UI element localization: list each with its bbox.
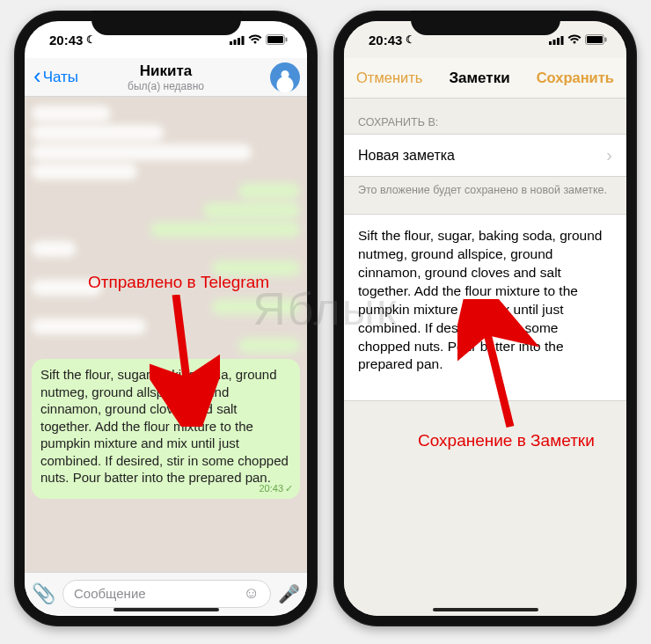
- wifi-icon: [248, 34, 262, 45]
- svg-rect-3: [242, 36, 245, 45]
- back-label: Чаты: [43, 69, 78, 86]
- wifi-icon: [567, 34, 582, 45]
- message-meta: 20:43 ✓: [259, 482, 293, 494]
- attach-icon[interactable]: 📎: [32, 582, 55, 605]
- save-hint: Это вложение будет сохранено в новой зам…: [344, 177, 626, 214]
- section-label: СОХРАНИТЬ В:: [344, 111, 626, 134]
- signal-icon: [549, 35, 564, 45]
- back-button[interactable]: ‹ Чаты: [33, 69, 78, 86]
- message-text: Sift the flour, sugar, baking soda, grou…: [40, 367, 289, 485]
- svg-rect-0: [230, 41, 232, 45]
- mic-icon[interactable]: 🎤: [278, 583, 300, 604]
- notes-title: Заметки: [449, 70, 509, 87]
- status-time: 20:43: [369, 33, 402, 48]
- chevron-right-icon: ›: [606, 145, 612, 165]
- signal-icon: [230, 35, 245, 45]
- svg-rect-9: [557, 38, 560, 45]
- svg-rect-2: [238, 38, 240, 45]
- svg-rect-8: [553, 40, 556, 45]
- blurred-history: [32, 106, 300, 354]
- home-indicator[interactable]: [113, 608, 219, 611]
- do-not-disturb-icon: ☾: [86, 33, 96, 46]
- svg-rect-10: [561, 36, 564, 45]
- battery-icon: [266, 34, 288, 45]
- status-icons: [549, 34, 607, 45]
- cancel-button[interactable]: Отменить: [356, 70, 422, 86]
- do-not-disturb-icon: ☾: [406, 33, 415, 46]
- home-indicator[interactable]: [433, 608, 538, 611]
- status-time: 20:43: [49, 33, 83, 48]
- double-check-icon: ✓: [285, 482, 293, 494]
- notes-screen: 20:43 ☾ Отменить Заметки Сохранить СОХРА…: [344, 21, 626, 616]
- phone-right: 20:43 ☾ Отменить Заметки Сохранить СОХРА…: [333, 11, 637, 626]
- note-content[interactable]: Sift the flour, sugar, baking soda, grou…: [344, 214, 626, 401]
- svg-rect-13: [605, 38, 607, 42]
- svg-rect-1: [234, 40, 237, 45]
- chevron-left-icon: ‹: [33, 70, 41, 82]
- chat-header: ‹ Чаты Никита был(а) недавно: [25, 58, 307, 97]
- sticker-icon[interactable]: ☺: [244, 584, 260, 603]
- svg-rect-6: [286, 38, 288, 42]
- svg-rect-7: [549, 41, 552, 45]
- svg-rect-5: [267, 36, 283, 43]
- note-text: Sift the flour, sugar, baking soda, grou…: [358, 228, 602, 371]
- message-bubble[interactable]: Sift the flour, sugar, baking soda, grou…: [32, 359, 300, 499]
- phone-left: 20:43 ☾ ‹ Чаты Никита был(а) недавно: [14, 11, 318, 626]
- notch: [411, 11, 560, 35]
- notch: [91, 11, 241, 35]
- svg-rect-12: [587, 36, 603, 43]
- notes-header: Отменить Заметки Сохранить: [344, 58, 626, 99]
- telegram-screen: 20:43 ☾ ‹ Чаты Никита был(а) недавно: [25, 21, 307, 616]
- input-placeholder: Сообщение: [74, 586, 146, 601]
- save-target-row[interactable]: Новая заметка ›: [344, 134, 626, 177]
- message-input[interactable]: Сообщение ☺: [62, 580, 271, 608]
- save-button[interactable]: Сохранить: [537, 70, 614, 86]
- notes-body: СОХРАНИТЬ В: Новая заметка › Это вложени…: [344, 99, 626, 616]
- status-icons: [230, 34, 288, 45]
- battery-icon: [585, 34, 607, 45]
- avatar[interactable]: [270, 62, 300, 92]
- chat-body[interactable]: Sift the flour, sugar, baking soda, grou…: [25, 97, 307, 572]
- save-target-label: Новая заметка: [358, 148, 455, 164]
- message-time: 20:43: [259, 482, 283, 494]
